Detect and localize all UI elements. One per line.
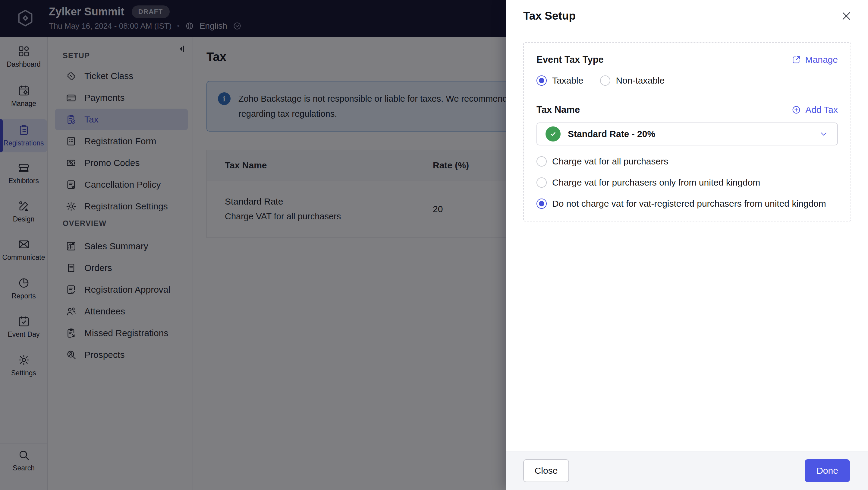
- close-icon[interactable]: [840, 10, 852, 22]
- external-link-icon: [792, 55, 801, 64]
- done-button[interactable]: Done: [805, 459, 850, 482]
- panel-body: Event Tax Type Manage Taxable: [506, 32, 868, 222]
- chevron-down-icon: [818, 129, 829, 139]
- panel-title: Tax Setup: [523, 10, 576, 22]
- tax-name-select[interactable]: Standard Rate - 20%: [536, 122, 838, 145]
- radio-taxable[interactable]: Taxable: [536, 76, 583, 86]
- check-circle-icon: [546, 126, 561, 142]
- event-tax-type-label: Event Tax Type: [536, 54, 604, 65]
- panel-header: Tax Setup: [506, 0, 868, 32]
- close-button[interactable]: Close: [523, 459, 569, 482]
- radio-selected-icon: [536, 199, 547, 209]
- radio-unselected-icon: [536, 177, 547, 188]
- radio-selected-icon: [536, 76, 547, 86]
- tax-name-label: Tax Name: [536, 105, 580, 115]
- radio-unselected-icon: [536, 156, 547, 167]
- radio-non-taxable[interactable]: Non-taxable: [600, 76, 664, 86]
- tax-name-selected-value: Standard Rate - 20%: [568, 129, 818, 139]
- modal-dim-overlay[interactable]: [0, 0, 506, 490]
- manage-link[interactable]: Manage: [792, 55, 838, 65]
- vat-options: Charge vat for all purchasers Charge vat…: [536, 156, 838, 209]
- event-tax-type-options: Taxable Non-taxable: [536, 76, 838, 86]
- radio-charge-vat-uk-only[interactable]: Charge vat for purchasers only from unit…: [536, 177, 838, 188]
- panel-footer: Close Done: [506, 451, 868, 490]
- tax-setup-panel: Tax Setup Event Tax Type Manage: [506, 0, 868, 490]
- add-tax-link[interactable]: Add Tax: [792, 105, 838, 115]
- radio-no-vat-registered-uk[interactable]: Do not charge vat for vat-registered pur…: [536, 199, 838, 209]
- radio-charge-vat-all[interactable]: Charge vat for all purchasers: [536, 156, 838, 167]
- radio-unselected-icon: [600, 76, 610, 86]
- app-root: Zylker Summit DRAFT Thu May 16, 2024 - 0…: [0, 0, 868, 490]
- plus-circle-icon: [792, 105, 801, 115]
- tax-setup-fieldset: Event Tax Type Manage Taxable: [523, 42, 851, 222]
